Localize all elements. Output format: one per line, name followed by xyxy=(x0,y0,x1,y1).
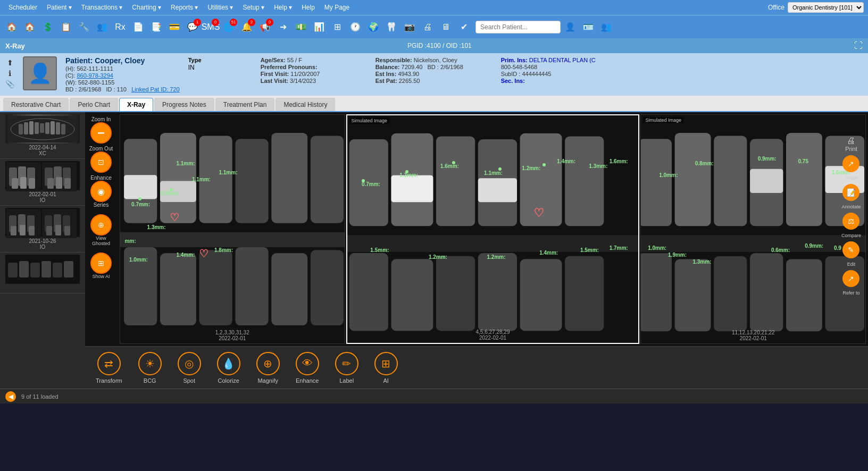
arrow-icon[interactable]: ➜ xyxy=(274,19,291,36)
compare-label: Compare xyxy=(841,233,861,238)
panel2-caries-1: ♡ xyxy=(533,206,544,220)
alert1-badge: 2 xyxy=(248,19,255,26)
spot-tool[interactable]: ◎ Spot xyxy=(178,352,201,384)
search-patient-input[interactable] xyxy=(475,21,561,33)
patient-photo[interactable]: 👤 xyxy=(23,56,57,90)
magnify-tool[interactable]: ⊕ Magnify xyxy=(256,352,280,384)
dollar-icon[interactable]: 💵 xyxy=(293,19,310,36)
nav-scheduler[interactable]: Scheduler xyxy=(4,3,41,12)
linked-pat-link[interactable]: Linked Pat ID: 720 xyxy=(131,86,180,92)
tab-medical-history[interactable]: Medical History xyxy=(276,98,335,111)
tasks-icon[interactable]: 📋 xyxy=(57,19,74,36)
nav-patient[interactable]: Patient ▾ xyxy=(43,3,76,12)
enhance-button[interactable]: ◉ xyxy=(90,181,112,202)
thumbnail-io3[interactable] xyxy=(0,253,85,293)
colorize-label: Colorize xyxy=(218,377,239,384)
chart-icon[interactable]: 📊 xyxy=(311,19,328,36)
nav-logout[interactable]: My Page xyxy=(320,3,354,12)
tab-treatment-plan[interactable]: Treatment Plan xyxy=(215,98,275,111)
screen-icon[interactable]: 🖥 xyxy=(437,19,454,36)
forms-icon[interactable]: 📄 xyxy=(130,19,147,36)
spot-label: Spot xyxy=(183,377,195,384)
panel1-meas-3: 1.1mm: xyxy=(192,176,211,182)
nav-mypage[interactable]: Help xyxy=(297,3,319,12)
svg-rect-23 xyxy=(56,177,62,189)
ai-tool[interactable]: ⊞ AI xyxy=(374,352,398,384)
thumbnail-io2[interactable]: 2021-10-26 IO xyxy=(0,206,85,253)
grid-icon[interactable]: ⊞ xyxy=(329,19,346,36)
tab-xray[interactable]: X-Ray xyxy=(119,98,153,111)
thumbnail-io1[interactable]: 2022-02-01 IO xyxy=(0,159,85,206)
messages-icon[interactable]: 💬 1 xyxy=(184,19,201,36)
nav-charting[interactable]: Charting ▾ xyxy=(128,3,165,12)
id-icon[interactable]: 🪪 xyxy=(580,19,597,36)
balance: 7209.40 xyxy=(402,64,423,70)
tab-perio[interactable]: Perio Chart xyxy=(70,98,118,111)
scheduler-icon[interactable]: 🏠 xyxy=(3,19,20,36)
panel2-meas-8: 1.6mm: xyxy=(610,158,628,164)
user-search-icon[interactable]: 👤 xyxy=(562,19,579,36)
scan-icon[interactable]: 📷 xyxy=(401,19,418,36)
tab-restorative[interactable]: Restorative Chart xyxy=(3,98,69,111)
rx-icon[interactable]: Rx xyxy=(112,19,129,36)
group-icon[interactable]: 👥 xyxy=(598,19,615,36)
svg-rect-38 xyxy=(64,226,70,236)
spot-icon: ◎ xyxy=(178,352,201,375)
simulated-label-2: Simulated Image xyxy=(349,117,390,124)
expand-icon[interactable]: ⛶ xyxy=(854,41,863,51)
billing-icon[interactable]: 💲 xyxy=(39,19,56,36)
nav-reports[interactable]: Reports ▾ xyxy=(166,3,202,12)
globe-icon[interactable]: 🌐 51 xyxy=(220,19,237,36)
io-thumb3-img xyxy=(5,255,80,284)
nav-transactions[interactable]: Transactions ▾ xyxy=(77,3,127,12)
nav-help[interactable]: Help ▾ xyxy=(270,3,296,12)
bcg-tool[interactable]: ☀ BCG xyxy=(138,352,162,384)
panel1-meas-9: 1.4mm: xyxy=(176,252,195,258)
svg-rect-53 xyxy=(124,175,157,199)
prev-nav-button[interactable]: ◀ xyxy=(5,391,16,402)
print-button[interactable]: 🖨 Print xyxy=(845,136,857,152)
refer-button[interactable]: ↗ xyxy=(842,270,859,287)
zoom-out-button[interactable]: ⊡ xyxy=(90,152,112,173)
compare-button[interactable]: ⚖ xyxy=(842,213,859,230)
check-icon[interactable]: ✔ xyxy=(455,19,472,36)
home-icon[interactable]: 🏠 xyxy=(21,19,38,36)
enhance-tool[interactable]: 👁 Enhance xyxy=(296,352,319,384)
edit-button[interactable]: ✎ xyxy=(842,241,859,258)
sms-icon[interactable]: SMS 0 xyxy=(202,19,219,36)
globe2-icon[interactable]: 🌍 xyxy=(365,19,382,36)
insurance-icon[interactable]: 📑 xyxy=(148,19,165,36)
colorize-tool[interactable]: 💧 Colorize xyxy=(217,352,240,384)
alert2-icon[interactable]: 📢 0 xyxy=(256,19,273,36)
tools-icon[interactable]: 🔧 xyxy=(76,19,93,36)
tooth-icon[interactable]: 🦷 xyxy=(383,19,400,36)
thumbnail-pano[interactable]: 2022-04-14 XC xyxy=(0,112,85,159)
payments-icon[interactable]: 💳 xyxy=(166,19,183,36)
print-icon[interactable]: 🖨 xyxy=(419,19,436,36)
info-icon[interactable]: ℹ xyxy=(9,69,11,78)
zoom-out-group: Zoom Out ⊡ xyxy=(89,146,113,173)
alert1-icon[interactable]: 🔔 2 xyxy=(238,19,255,36)
xray-panel-1[interactable]: 0.7mm: 0.8mm: 1.1mm: 1.1mm: 1.1mm: mm: 1… xyxy=(120,114,345,344)
zoom-out-label: Zoom Out xyxy=(89,146,113,152)
annotate-label: Annotate xyxy=(841,204,861,209)
expand-patient-icon[interactable]: ⬆ xyxy=(7,58,13,67)
xray-panel-3[interactable]: Simulated Image xyxy=(640,114,866,344)
nav-utilities[interactable]: Utilities ▾ xyxy=(203,3,237,12)
xray-panel-2[interactable]: Simulated Image xyxy=(346,114,640,344)
office-dropdown[interactable]: Organic Dentistry [101] xyxy=(788,2,864,13)
share-button[interactable]: ↗ xyxy=(842,155,859,172)
view-button[interactable]: ⊕ xyxy=(90,214,112,236)
annotate-button[interactable]: 📝 xyxy=(842,184,859,201)
clock-icon[interactable]: 🕐 xyxy=(347,19,364,36)
label-tool[interactable]: ✏ Label xyxy=(335,352,358,384)
phone-c-link[interactable]: 860-978-3294 xyxy=(77,72,113,79)
nav-setup[interactable]: Setup ▾ xyxy=(238,3,269,12)
zoom-in-button[interactable]: − xyxy=(90,122,112,144)
simulated-label-3: Simulated Image xyxy=(643,117,683,123)
note-icon[interactable]: 📎 xyxy=(5,80,14,88)
show-ai-button[interactable]: ⊞ xyxy=(90,253,112,274)
tab-progress-notes[interactable]: Progress Notes xyxy=(154,98,214,111)
patients-icon[interactable]: 👥 xyxy=(94,19,111,36)
io-thumb1-img xyxy=(5,161,80,190)
